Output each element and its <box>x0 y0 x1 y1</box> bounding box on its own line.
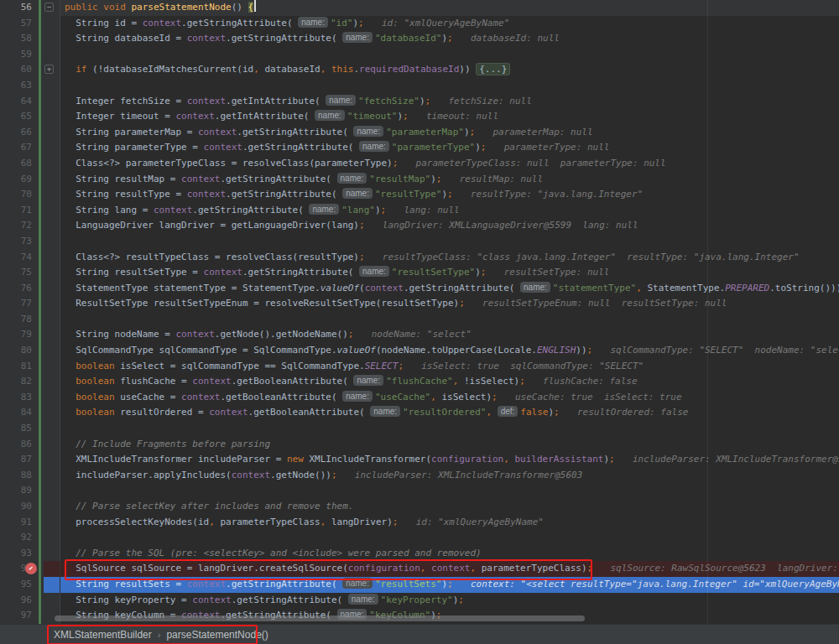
editor-gutter[interactable]: 84 <box>0 405 60 421</box>
editor-gutter[interactable]: 63 <box>0 78 60 94</box>
editor-gutter[interactable]: 96 <box>0 593 60 609</box>
code-line-78[interactable]: 78 <box>0 312 839 328</box>
editor-gutter[interactable]: 86 <box>0 437 60 453</box>
line-number[interactable]: 79 <box>0 327 32 343</box>
editor-gutter[interactable]: 88 <box>0 468 60 484</box>
editor-gutter[interactable]: 85 <box>0 421 60 437</box>
line-number[interactable]: 83 <box>0 390 32 406</box>
editor-gutter[interactable]: 74 <box>0 250 60 266</box>
line-number[interactable]: 80 <box>0 343 32 359</box>
line-number[interactable]: 81 <box>0 359 32 375</box>
code-line-66[interactable]: 66 String parameterMap = context.getStri… <box>0 125 839 141</box>
editor-gutter[interactable]: 89 <box>0 483 60 499</box>
editor-gutter[interactable]: 95 <box>0 577 60 593</box>
code-line-72[interactable]: 72 LanguageDriver langDriver = getLangua… <box>0 218 839 234</box>
line-number[interactable]: 60 <box>0 62 32 78</box>
editor-gutter[interactable]: 64 <box>0 94 60 110</box>
editor-gutter[interactable]: 92 <box>0 530 60 546</box>
code-line-56[interactable]: 56−public void parseStatementNode() { <box>0 0 839 16</box>
editor-gutter[interactable]: 90 <box>0 499 60 515</box>
editor-gutter[interactable]: 78 <box>0 312 60 328</box>
line-number[interactable]: 69 <box>0 172 32 188</box>
line-number[interactable]: 77 <box>0 296 32 312</box>
editor-gutter[interactable]: 66 <box>0 125 60 141</box>
code-line-79[interactable]: 79 String nodeName = context.getNode().g… <box>0 327 839 343</box>
line-number[interactable]: 65 <box>0 109 32 125</box>
line-number[interactable]: 97 <box>0 608 32 624</box>
editor-gutter[interactable]: 83 <box>0 390 60 406</box>
code-line-96[interactable]: 96 String keyProperty = context.getStrin… <box>0 593 839 609</box>
line-number[interactable]: 67 <box>0 140 32 156</box>
editor-gutter[interactable]: 73 <box>0 234 60 250</box>
code-line-65[interactable]: 65 Integer timeout = context.getIntAttri… <box>0 109 839 125</box>
folded-code-placeholder[interactable]: {...} <box>476 63 510 75</box>
code-line-69[interactable]: 69 String resultMap = context.getStringA… <box>0 172 839 188</box>
editor-gutter[interactable]: 94✔ <box>0 561 60 577</box>
editor-gutter[interactable]: 87 <box>0 452 60 468</box>
line-number[interactable]: 66 <box>0 125 32 141</box>
horizontal-scrollbar[interactable] <box>55 615 585 621</box>
line-number[interactable]: 56 <box>0 0 32 16</box>
editor-gutter[interactable]: 91 <box>0 515 60 531</box>
code-line-95[interactable]: 95 String resultSets = context.getString… <box>0 577 839 593</box>
code-line-57[interactable]: 57 String id = context.getStringAttribut… <box>0 16 839 32</box>
line-number[interactable]: 71 <box>0 203 32 219</box>
code-line-60[interactable]: 60+ if (!databaseIdMatchesCurrent(id, da… <box>0 62 839 78</box>
code-line-89[interactable]: 89 <box>0 483 839 499</box>
code-line-91[interactable]: 91 processSelectKeyNodes(id, parameterTy… <box>0 515 839 531</box>
code-line-73[interactable]: 73 <box>0 234 839 250</box>
code-line-85[interactable]: 85 <box>0 421 839 437</box>
editor-gutter[interactable]: 77 <box>0 296 60 312</box>
line-number[interactable]: 74 <box>0 250 32 266</box>
line-number[interactable]: 86 <box>0 437 32 453</box>
editor-gutter[interactable]: 97 <box>0 608 60 624</box>
editor-gutter[interactable]: 71 <box>0 203 60 219</box>
code-line-74[interactable]: 74 Class<?> resultTypeClass = resolveCla… <box>0 250 839 266</box>
code-line-84[interactable]: 84 boolean resultOrdered = context.getBo… <box>0 405 839 421</box>
line-number[interactable]: 58 <box>0 31 32 47</box>
line-number[interactable]: 82 <box>0 374 32 390</box>
code-line-83[interactable]: 83 boolean useCache = context.getBoolean… <box>0 390 839 406</box>
code-line-80[interactable]: 80 SqlCommandType sqlCommandType = SqlCo… <box>0 343 839 359</box>
editor-gutter[interactable]: 57 <box>0 16 60 32</box>
code-line-68[interactable]: 68 Class<?> parameterTypeClass = resolve… <box>0 156 839 172</box>
fold-collapse-icon[interactable]: − <box>44 3 54 12</box>
code-line-71[interactable]: 71 String lang = context.getStringAttrib… <box>0 203 839 219</box>
editor-gutter[interactable]: 67 <box>0 140 60 156</box>
code-line-59[interactable]: 59 <box>0 47 839 63</box>
code-line-81[interactable]: 81 boolean isSelect = sqlCommandType == … <box>0 359 839 375</box>
code-line-86[interactable]: 86 // Include Fragments before parsing <box>0 437 839 453</box>
line-number[interactable]: 87 <box>0 452 32 468</box>
editor-gutter[interactable]: 72 <box>0 218 60 234</box>
editor-gutter[interactable]: 76 <box>0 281 60 297</box>
code-line-82[interactable]: 82 boolean flushCache = context.getBoole… <box>0 374 839 390</box>
editor-gutter[interactable]: 81 <box>0 359 60 375</box>
line-number[interactable]: 92 <box>0 530 32 546</box>
editor-gutter[interactable]: 80 <box>0 343 60 359</box>
code-line-70[interactable]: 70 String resultType = context.getString… <box>0 187 839 203</box>
breadcrumb-method[interactable]: parseStatementNode() <box>166 629 268 641</box>
code-line-75[interactable]: 75 String resultSetType = context.getStr… <box>0 265 839 281</box>
line-number[interactable]: 89 <box>0 483 32 499</box>
line-number[interactable]: 88 <box>0 468 32 484</box>
line-number[interactable]: 75 <box>0 265 32 281</box>
line-number[interactable]: 96 <box>0 593 32 609</box>
breakpoint-icon[interactable]: ✔ <box>25 563 37 574</box>
code-line-94[interactable]: 94✔ SqlSource sqlSource = langDriver.cre… <box>0 561 839 577</box>
line-number[interactable]: 85 <box>0 421 32 437</box>
line-number[interactable]: 84 <box>0 405 32 421</box>
line-number[interactable]: 91 <box>0 515 32 531</box>
editor-gutter[interactable]: 68 <box>0 156 60 172</box>
editor-gutter[interactable]: 69 <box>0 172 60 188</box>
line-number[interactable]: 95 <box>0 577 32 593</box>
editor-gutter[interactable]: 65 <box>0 109 60 125</box>
editor-gutter[interactable]: 93 <box>0 546 60 562</box>
editor-gutter[interactable]: 82 <box>0 374 60 390</box>
line-number[interactable]: 64 <box>0 94 32 110</box>
line-number[interactable]: 93 <box>0 546 32 562</box>
code-line-64[interactable]: 64 Integer fetchSize = context.getIntAtt… <box>0 94 839 110</box>
editor-gutter[interactable]: 75 <box>0 265 60 281</box>
editor-gutter[interactable]: 58 <box>0 31 60 47</box>
line-number[interactable]: 78 <box>0 312 32 328</box>
line-number[interactable]: 68 <box>0 156 32 172</box>
